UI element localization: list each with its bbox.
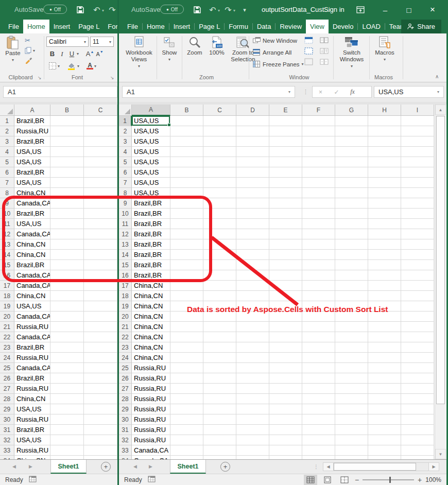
cell-a4[interactable]: USA,US [132,147,170,157]
cell-b29[interactable] [50,404,84,414]
cell-c19[interactable] [203,301,236,311]
cell-c27[interactable] [84,384,117,394]
cell-a25[interactable]: Canada,CA [14,363,50,373]
cell-i25[interactable] [401,363,434,373]
row-header-25[interactable]: 25 [119,363,132,373]
cell-b11[interactable] [170,219,203,229]
cell-g6[interactable] [335,167,368,178]
row-header-24[interactable]: 24 [0,353,14,363]
formula-bar-dots-icon[interactable]: ⋮ [303,89,308,95]
cell-c23[interactable] [84,342,117,353]
name-box[interactable]: A1 [3,86,117,98]
cell-c23[interactable] [203,342,236,353]
ribbon-tab-page-l[interactable]: Page L [74,20,104,33]
cell-c14[interactable] [203,250,236,260]
cell-a21[interactable]: Russia,RU [14,322,50,332]
cell-d23[interactable] [236,342,269,353]
cell-d11[interactable] [236,219,269,229]
row-header-28[interactable]: 28 [119,394,132,404]
cell-i7[interactable] [401,178,434,188]
cell-g15[interactable] [335,260,368,270]
row-header-34[interactable]: 34 [0,456,14,459]
macro-record-icon[interactable] [148,476,156,482]
cell-i21[interactable] [401,322,434,332]
cell-c2[interactable] [84,126,117,136]
row-header-32[interactable]: 32 [0,435,14,445]
cell-b8[interactable] [50,188,84,198]
cell-b33[interactable] [170,445,203,456]
cell-h18[interactable] [368,291,401,301]
ribbon-tab-develo[interactable]: Develo [329,20,357,33]
cell-f12[interactable] [302,229,335,239]
row-header-16[interactable]: 16 [0,270,14,281]
row-header-23[interactable]: 23 [119,342,132,353]
cell-e26[interactable] [269,373,302,384]
cell-g4[interactable] [335,147,368,157]
cell-i6[interactable] [401,167,434,178]
cell-g25[interactable] [335,363,368,373]
scroll-up-icon[interactable]: ▲ [435,105,446,115]
cell-a31[interactable]: Brazil,BR [14,425,50,435]
ribbon-tab-insert[interactable]: Insert [169,20,195,33]
cell-h6[interactable] [368,167,401,178]
cell-b33[interactable] [50,445,84,456]
cell-f24[interactable] [302,353,335,363]
cell-h17[interactable] [368,281,401,291]
cell-c16[interactable] [203,270,236,281]
cell-i30[interactable] [401,414,434,425]
cell-g17[interactable] [335,281,368,291]
minimize-button[interactable]: – [377,0,393,20]
column-header-f[interactable]: F [302,105,335,116]
cell-a18[interactable]: China,CN [14,291,50,301]
cell-b5[interactable] [170,157,203,167]
cell-e27[interactable] [269,384,302,394]
cell-a23[interactable]: Brazil,BR [14,342,50,353]
cell-b6[interactable] [170,167,203,178]
cell-h25[interactable] [368,363,401,373]
row-header-10[interactable]: 10 [0,209,14,219]
cell-c29[interactable] [84,404,117,414]
cell-g32[interactable] [335,435,368,445]
unhide-button[interactable] [304,58,313,65]
cell-c7[interactable] [203,178,236,188]
row-header-33[interactable]: 33 [0,445,14,456]
cell-h13[interactable] [368,239,401,250]
row-header-27[interactable]: 27 [0,384,14,394]
cell-a28[interactable]: Russia,RU [132,394,170,404]
row-header-29[interactable]: 29 [0,404,14,414]
cell-d15[interactable] [236,260,269,270]
row-header-21[interactable]: 21 [119,322,132,332]
cell-h24[interactable] [368,353,401,363]
cell-c27[interactable] [203,384,236,394]
cell-h26[interactable] [368,373,401,384]
cell-d7[interactable] [236,178,269,188]
sheet-nav-right-icon[interactable]: ▶ [149,464,152,469]
zoom-button[interactable]: Zoom [184,36,205,56]
column-header-c[interactable]: C [203,105,236,116]
switch-windows-button[interactable]: Switch Windows ▾ [337,36,366,70]
cell-e15[interactable] [269,260,302,270]
row-header-19[interactable]: 19 [119,301,132,311]
cell-g2[interactable] [335,126,368,136]
cell-d4[interactable] [236,147,269,157]
row-header-2[interactable]: 2 [0,126,14,136]
cell-h14[interactable] [368,250,401,260]
cell-g8[interactable] [335,188,368,198]
row-header-31[interactable]: 31 [0,425,14,435]
cell-a4[interactable]: USA,US [14,147,50,157]
cell-b10[interactable] [50,209,84,219]
cell-e9[interactable] [269,198,302,209]
cell-a21[interactable]: China,CN [132,322,170,332]
cell-f34[interactable] [302,456,335,459]
row-header-33[interactable]: 33 [119,445,132,456]
row-header-1[interactable]: 1 [119,116,132,126]
cell-a22[interactable]: Canada,CA [14,332,50,342]
insert-function-icon[interactable]: fx [344,88,360,96]
ribbon-tab-insert[interactable]: Insert [49,20,75,33]
row-header-3[interactable]: 3 [119,136,132,147]
cell-a12[interactable]: Canada,CA [14,229,50,239]
cell-b10[interactable] [170,209,203,219]
cell-f11[interactable] [302,219,335,229]
cell-c10[interactable] [203,209,236,219]
fill-color-button[interactable] [67,62,76,70]
